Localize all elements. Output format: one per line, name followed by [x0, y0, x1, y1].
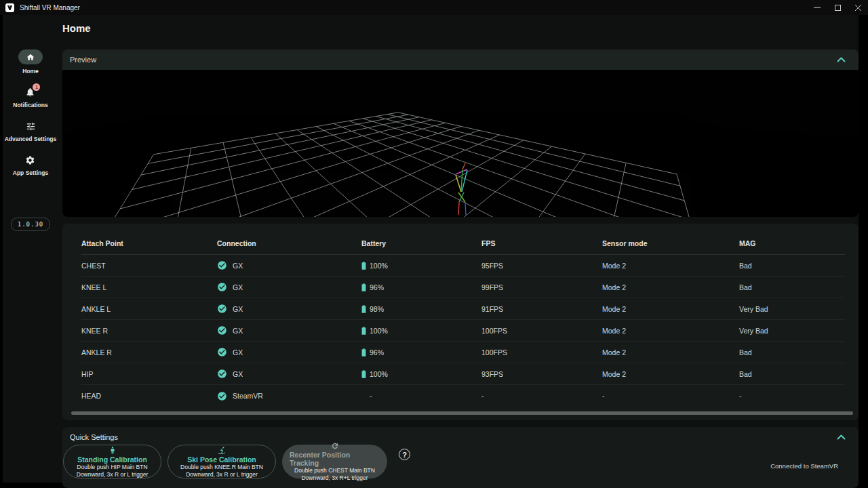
- table-row: KNEE R GX 100% 100FPS Mode 2 Very Bad: [81, 320, 845, 342]
- connected-check-icon: [217, 282, 227, 292]
- connected-check-icon: [217, 304, 227, 314]
- main-area: Home Preview Attach Point Connection Bat…: [58, 15, 859, 483]
- cell-mag: Bad: [739, 370, 845, 378]
- cell-mag: -: [739, 392, 845, 400]
- cell-fps: 100FPS: [481, 348, 602, 357]
- sidebar-item-app-settings[interactable]: App Settings: [13, 154, 48, 176]
- battery-icon: [361, 327, 366, 335]
- cell-fps: 100FPS: [481, 327, 602, 335]
- app-logo-icon: [5, 3, 14, 12]
- steamvr-status: Connected to SteamVR: [770, 462, 838, 470]
- battery-icon: [361, 348, 366, 357]
- recenter-icon: [331, 442, 339, 450]
- sidebar-item-notifications[interactable]: 1 Notifications: [13, 86, 47, 108]
- close-button[interactable]: [848, 0, 868, 15]
- table-row: CHEST GX 100% 95FPS Mode 2 Bad: [81, 255, 845, 277]
- tracker-table: Attach Point Connection Battery FPS Sens…: [62, 224, 859, 420]
- window-title: Shiftall VR Manager: [20, 4, 80, 12]
- recenter-position-tracking-button[interactable]: Recenter Position Tracking Double push C…: [282, 445, 387, 479]
- cell-sensor-mode: Mode 2: [602, 262, 739, 270]
- connected-check-icon: [217, 391, 227, 401]
- sidebar: Home 1 Notifications Advanced Settings A…: [3, 15, 58, 483]
- cell-fps: 91FPS: [481, 305, 602, 313]
- col-attach-point: Attach Point: [81, 239, 217, 247]
- preview-viewport[interactable]: [62, 70, 859, 217]
- cell-fps: 93FPS: [481, 370, 602, 378]
- maximize-button[interactable]: [827, 0, 848, 15]
- quick-settings-title: Quick Settings: [70, 433, 118, 441]
- cell-sensor-mode: Mode 2: [602, 348, 739, 357]
- active-pill: [18, 49, 43, 64]
- minimize-button[interactable]: [807, 0, 827, 15]
- cell-sensor-mode: Mode 2: [602, 327, 739, 335]
- page-title: Home: [62, 22, 859, 35]
- sliders-icon: [26, 121, 36, 131]
- help-icon[interactable]: ?: [399, 449, 410, 460]
- cell-mag: Bad: [739, 262, 845, 270]
- skier-icon: [217, 445, 226, 455]
- table-row: KNEE L GX 96% 99FPS Mode 2 Bad: [81, 277, 845, 298]
- col-sensor-mode: Sensor mode: [602, 239, 739, 247]
- cell-battery: 96%: [361, 348, 481, 357]
- sidebar-item-advanced-settings[interactable]: Advanced Settings: [5, 120, 57, 142]
- battery-icon: [361, 283, 366, 291]
- preview-header[interactable]: Preview: [62, 49, 859, 70]
- connected-check-icon: [217, 369, 227, 379]
- cell-connection: GX: [217, 282, 361, 292]
- cell-battery: -: [361, 392, 481, 400]
- version-badge: 1.0.30: [11, 218, 51, 231]
- cell-connection: GX: [217, 260, 361, 270]
- preview-panel: Preview: [62, 49, 859, 217]
- cell-battery: 100%: [361, 262, 481, 270]
- title-bar: Shiftall VR Manager: [0, 0, 868, 15]
- connected-check-icon: [217, 260, 227, 270]
- cell-attach-point: KNEE L: [81, 283, 217, 291]
- battery-icon: [361, 262, 366, 270]
- cell-connection: GX: [217, 369, 361, 379]
- cell-connection: SteamVR: [217, 391, 361, 401]
- gear-icon: [25, 155, 35, 165]
- cell-battery: 100%: [361, 370, 481, 378]
- battery-icon: [361, 305, 366, 313]
- cell-attach-point: KNEE R: [81, 327, 217, 335]
- col-fps: FPS: [481, 239, 602, 247]
- cell-attach-point: ANKLE R: [81, 348, 217, 357]
- table-body: CHEST GX 100% 95FPS Mode 2 Bad KNEE L GX…: [81, 255, 845, 407]
- ski-pose-calibration-button[interactable]: Ski Pose Calibration Double push KNEE.R …: [167, 445, 276, 479]
- cell-battery: 100%: [361, 327, 481, 335]
- cell-sensor-mode: Mode 2: [602, 283, 739, 291]
- scrollbar-thumb[interactable]: [71, 411, 853, 415]
- battery-icon: [361, 370, 366, 378]
- chevron-up-icon[interactable]: [836, 56, 846, 63]
- table-row: ANKLE R GX 96% 100FPS Mode 2 Bad: [81, 342, 845, 363]
- col-mag: MAG: [739, 239, 845, 247]
- cell-sensor-mode: Mode 2: [602, 305, 739, 313]
- cell-mag: Very Bad: [739, 327, 845, 335]
- cell-attach-point: HIP: [81, 370, 217, 378]
- cell-connection: GX: [217, 304, 361, 314]
- chevron-up-icon[interactable]: [836, 434, 846, 441]
- sidebar-item-home[interactable]: Home: [18, 49, 43, 75]
- cell-battery: 98%: [361, 305, 481, 313]
- table-row: HIP GX 100% 93FPS Mode 2 Bad: [81, 363, 845, 385]
- cell-mag: Bad: [739, 283, 845, 291]
- cell-fps: 99FPS: [481, 283, 602, 291]
- cell-connection: GX: [217, 325, 361, 336]
- table-header: Attach Point Connection Battery FPS Sens…: [81, 224, 845, 255]
- preview-title: Preview: [70, 56, 96, 64]
- cell-battery: 96%: [361, 283, 481, 291]
- table-row: HEAD SteamVR - - - -: [81, 385, 845, 407]
- horizontal-scrollbar[interactable]: [71, 411, 845, 415]
- col-connection: Connection: [217, 239, 361, 247]
- connected-check-icon: [217, 325, 227, 336]
- connected-check-icon: [217, 347, 227, 357]
- cell-mag: Very Bad: [739, 305, 845, 313]
- cell-mag: Bad: [739, 348, 845, 357]
- quick-settings-header[interactable]: Quick Settings: [62, 427, 859, 441]
- cell-connection: GX: [217, 347, 361, 357]
- quick-settings-panel: Quick Settings Standing Calibration Doub…: [62, 427, 859, 488]
- cell-attach-point: ANKLE L: [81, 305, 217, 313]
- cell-attach-point: HEAD: [81, 392, 217, 400]
- standing-calibration-button[interactable]: Standing Calibration Double push HIP Mai…: [63, 445, 161, 479]
- cell-attach-point: CHEST: [81, 262, 217, 270]
